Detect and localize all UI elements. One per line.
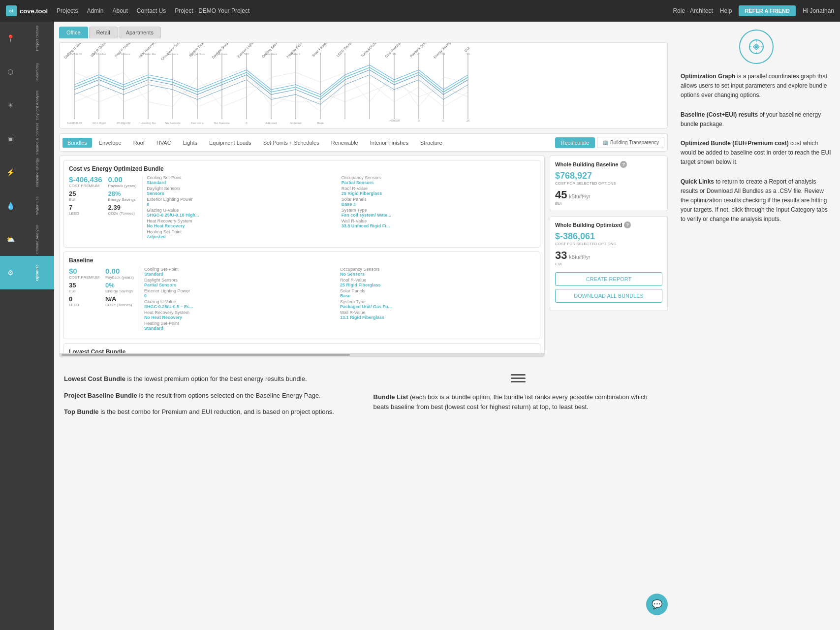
bundle-detail-0-2: Daylight Sensors Sensors (147, 186, 340, 196)
nav-right: Role - Architect Help REFER A FRIEND Hi … (673, 5, 834, 16)
bundle-leed-label-1: LEED (69, 303, 99, 307)
optimize-icon-box: ⚙ (0, 256, 21, 289)
refer-friend-button[interactable]: REFER A FRIEND (739, 5, 795, 16)
bundle-cost-1: $0 (69, 267, 99, 275)
bundle-tab-lights[interactable]: Lights (178, 138, 202, 148)
sidebar-label-geometry: Geometry (35, 63, 40, 80)
bundle-energy-1: 0% (105, 282, 134, 289)
bundle-card-2: Lowest Cost Bundle $-416,032 COST PREMIU… (63, 343, 540, 353)
tab-retail[interactable]: Retail (89, 27, 118, 38)
building-transparency-button[interactable]: 🏢 Building Transparency (597, 137, 664, 148)
project-details-icon-box: 📍 (0, 22, 21, 55)
nav-role[interactable]: Role - Architect (673, 7, 713, 14)
svg-text:40: 40 (417, 53, 421, 56)
two-column-layout: Cost vs Energy Optimized Bundle $-406,43… (59, 156, 668, 357)
recalculate-button[interactable]: Recalculate (555, 137, 595, 148)
bundle-cost-label-0: COST PREMIUM (69, 184, 102, 188)
bundle-payback-label-0: Payback (years) (108, 184, 137, 188)
svg-text:Adjusted: Adjusted (265, 122, 277, 125)
bundle-detail-0-3: Roof R-Value 25 Rigid Fiberglass (342, 186, 535, 196)
bundle-tab-equipment[interactable]: Equipment Loads (204, 138, 256, 148)
bundle-energy-0: 28% (108, 190, 137, 197)
center-annotations: Bundle List (each box is a bundle option… (373, 374, 663, 417)
logo-icon: ct (6, 5, 17, 16)
svg-text:Occupancy Sensor: Occupancy Sensor (160, 43, 184, 61)
optimized-eui-val: 33 (555, 249, 567, 262)
svg-text:Energy Savings: Energy Savings (433, 43, 453, 60)
bundle-tab-renewable[interactable]: Renewable (326, 138, 363, 148)
svg-text:49 Unface: 49 Unface (117, 53, 130, 56)
bundle-detail-1-8: Heat Recovery System No Heat Recovery (144, 310, 339, 320)
baseline-eui-unit: kBtu/ft²/yr (569, 194, 590, 199)
nav-help[interactable]: Help (720, 7, 732, 14)
bundle-co2-0: 2.39 (108, 204, 137, 211)
logo[interactable]: ct cove.tool (6, 5, 48, 16)
svg-text:Wall R-Value: Wall R-Value (90, 43, 106, 58)
sidebar-label-baseline: Baseline Energy (35, 158, 40, 187)
bundle-tab-roof[interactable]: Roof (128, 138, 150, 148)
chat-button[interactable]: 💬 (646, 594, 668, 615)
sidebar-item-project-details[interactable]: 📍 Project Details (0, 22, 54, 55)
bundle-tab-bundles[interactable]: Bundles (62, 138, 92, 148)
svg-text:No Sensors: No Sensors (165, 122, 180, 125)
sidebar-item-baseline[interactable]: ⚡ Baseline Energy (0, 156, 54, 189)
bundle-title-1: Baseline (69, 257, 535, 264)
svg-text:25 Rigid R: 25 Rigid R (117, 122, 131, 125)
svg-text:Cooling Set-Pt: Cooling Set-Pt (261, 43, 280, 59)
bundle-detail-1-0: Cooling Set-Point Standard (144, 267, 339, 277)
nav-contact[interactable]: Contact Us (137, 7, 166, 14)
bundle-detail-1-1: Occupancy Sensors No Sensors (340, 267, 535, 277)
optimized-card-title: Whole Building Optimized ? (555, 221, 662, 228)
svg-text:Exterior Lights: Exterior Lights (237, 43, 255, 59)
nav-user[interactable]: Hi Jonathan (803, 7, 834, 14)
sidebar-label-water: Water Use (35, 196, 40, 215)
bundle-card-0: Cost vs Energy Optimized Bundle $-406,43… (63, 160, 540, 248)
svg-text:TonnesCO2e: TonnesCO2e (360, 43, 377, 58)
bundle-scroll[interactable]: Cost vs Energy Optimized Bundle $-406,43… (60, 156, 544, 353)
svg-text:Fan coil s: Fan coil s (191, 122, 204, 125)
sidebar-item-optimize[interactable]: ⚙ Optimize (0, 256, 54, 289)
bundle-detail-0-8: Heat Recovery System No Heat Recovery (147, 219, 340, 228)
sidebar-item-water[interactable]: 💧 Water Use (0, 189, 54, 222)
nav-admin[interactable]: Admin (87, 7, 103, 14)
bundle-tab-hvac[interactable]: HVAC (152, 138, 176, 148)
svg-text:Base: Base (317, 122, 324, 125)
svg-text:Heating Set-Pt: Heating Set-Pt (286, 43, 305, 59)
optimized-info-icon[interactable]: ? (624, 221, 631, 228)
nav-projects[interactable]: Projects (57, 7, 78, 14)
right-annotation-panel: Optimization Graph is a parallel coordin… (673, 22, 840, 630)
tab-apartments[interactable]: Apartments (119, 27, 161, 38)
sidebar-item-geometry[interactable]: ⬡ Geometry (0, 55, 54, 89)
sidebar-item-daylight[interactable]: ☀ Daylight Analysis (0, 89, 54, 122)
detail-value: Standard (147, 180, 166, 185)
detail-label: Cooling Set-Point (147, 175, 181, 180)
nav-about[interactable]: About (112, 7, 127, 14)
annotation-row: Lowest Cost Bundle is the lowest premium… (64, 374, 663, 417)
bundle-tab-structure[interactable]: Structure (415, 138, 447, 148)
svg-text:-400000: -400000 (389, 119, 400, 122)
chat-icon: 💬 (652, 599, 662, 610)
bundle-tab-setpoints[interactable]: Set Points + Schedules (258, 138, 324, 148)
baseline-annotation: Project Baseline Bundle is the result fr… (64, 391, 354, 401)
sidebar-item-facade[interactable]: ▣ Facade & Context (0, 122, 54, 156)
nav-project[interactable]: Project - DEMO Your Project (175, 7, 249, 14)
baseline-info-icon[interactable]: ? (620, 161, 627, 168)
svg-text:33.8 Unfac: 33.8 Unfac (92, 53, 106, 56)
optimization-graph-annotation: Optimization Graph is a parallel coordin… (681, 72, 832, 100)
svg-text:Glazing U-Value: Glazing U-Value (63, 43, 84, 60)
download-bundles-button[interactable]: DOWNLOAD ALL BUNDLES (555, 289, 662, 303)
tab-office[interactable]: Office (59, 27, 88, 38)
sidebar-item-climate[interactable]: ⛅ Climate Analysis (0, 222, 54, 256)
sidebar-label-daylight: Daylight Analysis (35, 91, 40, 120)
sidebar-label-facade: Facade & Context (35, 123, 40, 155)
create-report-button[interactable]: CREATE REPORT (555, 272, 662, 286)
bundle-tab-interior[interactable]: Interior Finishes (365, 138, 413, 148)
svg-text:25: 25 (393, 53, 396, 56)
svg-text:0: 0 (442, 119, 444, 122)
office-tabs: Office Retail Apartments (59, 27, 668, 38)
svg-text:34: 34 (467, 53, 470, 56)
bundle-leed-label-0: LEED (69, 211, 102, 216)
bundle-tab-envelope[interactable]: Envelope (94, 138, 126, 148)
svg-text:Solar Panels: Solar Panels (311, 43, 328, 58)
svg-text:Sensors: Sensors (167, 53, 178, 56)
